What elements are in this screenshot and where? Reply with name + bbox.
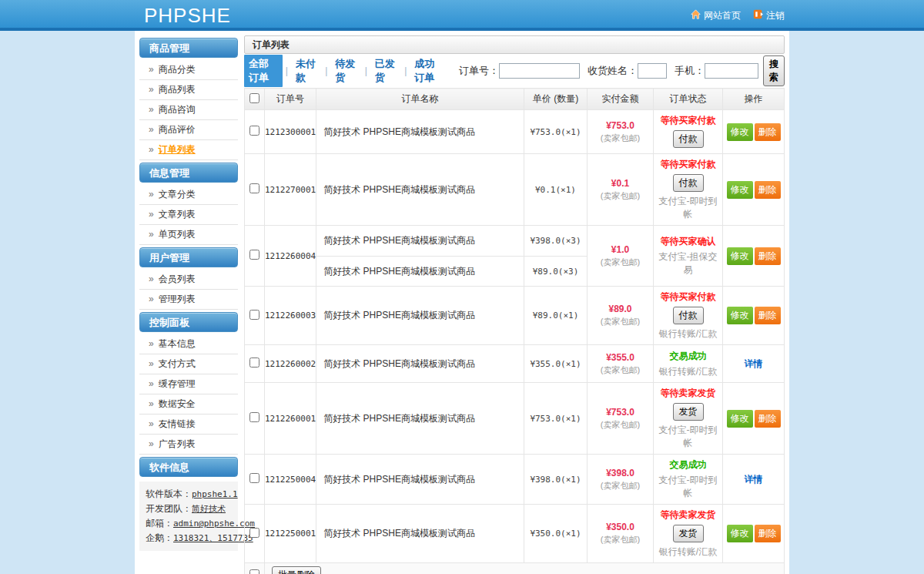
filter-bar: 全部订单|未付款|待发货|已发货|成功订单 订单号： 收货姓名： 手机： 搜索	[244, 60, 785, 82]
edit-button[interactable]: 修改	[727, 123, 753, 141]
edit-button[interactable]: 修改	[727, 410, 753, 428]
status-action-button[interactable]: 付款	[673, 130, 704, 148]
sidebar-item[interactable]: »缓存管理	[139, 374, 238, 394]
column-header: 单价 (数量)	[524, 89, 588, 110]
tab-separator: |	[286, 65, 288, 76]
order-products-cell: 简好技术 PHPSHE商城模板测试商品	[316, 383, 524, 455]
paid-amount: ¥1.0	[588, 244, 653, 255]
search-button[interactable]: 搜索	[763, 55, 785, 86]
product-price: ¥398.0(×3)	[524, 226, 587, 256]
nav-home-link[interactable]: 网站首页	[691, 9, 741, 22]
sidebar-item[interactable]: »商品咨询	[139, 100, 238, 120]
row-checkbox[interactable]	[249, 310, 259, 320]
edit-button[interactable]: 修改	[727, 247, 753, 265]
order-products-cell: 简好技术 PHPSHE商城模板测试商品	[316, 154, 524, 226]
payment-method: 银行转账/汇款	[655, 545, 721, 559]
top-header: PHPSHE 网站首页 注销	[0, 0, 924, 31]
sidebar-item[interactable]: »文章列表	[139, 205, 238, 225]
status-action-button[interactable]: 付款	[673, 174, 704, 192]
chevron-right-icon: »	[149, 438, 154, 449]
order-row: 1212300001 简好技术 PHPSHE商城模板测试商品 ¥753.0(×1…	[245, 110, 785, 154]
order-row: 1212260003 简好技术 PHPSHE商城模板测试商品 ¥89.0(×1)…	[245, 287, 785, 345]
shipping-note: (卖家包邮)	[588, 190, 653, 202]
software-info-link[interactable]: phpshe1.1	[192, 489, 238, 499]
delete-button[interactable]: 删除	[755, 525, 781, 542]
sidebar-item[interactable]: »文章分类	[139, 185, 238, 205]
order-prices-cell: ¥0.1(×1)	[524, 154, 588, 226]
software-info-link[interactable]: 简好技术	[192, 504, 226, 514]
sidebar-item[interactable]: »数据安全	[139, 394, 238, 415]
paid-amount: ¥398.0	[588, 468, 653, 478]
status-action-button[interactable]: 付款	[673, 307, 704, 324]
paid-amount: ¥350.0	[588, 522, 653, 532]
sidebar-section-header[interactable]: 用户管理	[139, 247, 238, 267]
row-checkbox[interactable]	[249, 183, 259, 193]
sidebar-item[interactable]: »订单列表	[139, 140, 238, 160]
order-status-cell: 等待买家付款 付款	[654, 110, 723, 154]
delete-button[interactable]: 删除	[755, 247, 781, 265]
sidebar-item[interactable]: »支付方式	[139, 354, 238, 374]
edit-button[interactable]: 修改	[727, 181, 753, 199]
sidebar-item[interactable]: »商品列表	[139, 80, 238, 100]
edit-button[interactable]: 修改	[727, 307, 753, 324]
batch-delete-button[interactable]: 批量删除	[272, 566, 321, 574]
row-checkbox[interactable]	[249, 126, 259, 136]
status-action-button[interactable]: 发货	[673, 525, 704, 542]
row-checkbox[interactable]	[249, 357, 259, 368]
filter-tab[interactable]: 全部订单	[244, 55, 283, 87]
row-checkbox[interactable]	[249, 473, 259, 483]
sidebar-section-header[interactable]: 商品管理	[139, 38, 238, 58]
product-price: ¥355.0(×1)	[524, 345, 587, 382]
detail-link[interactable]: 详情	[745, 474, 763, 485]
software-info-link[interactable]: admin@phpshe.com	[173, 519, 255, 529]
sidebar-item[interactable]: »单页列表	[139, 225, 238, 245]
sidebar-item[interactable]: »会员列表	[139, 270, 238, 290]
sidebar-section: 用户管理 »会员列表 »管理列表	[139, 247, 238, 310]
sidebar-item[interactable]: »商品评价	[139, 120, 238, 140]
software-info-line: 邮箱：admin@phpshe.com	[146, 516, 232, 531]
order-row: 1212270001 简好技术 PHPSHE商城模板测试商品 ¥0.1(×1) …	[245, 154, 785, 226]
row-checkbox[interactable]	[249, 528, 259, 538]
sidebar-item[interactable]: »管理列表	[139, 290, 238, 310]
filter-tab[interactable]: 待发货	[330, 55, 361, 87]
row-checkbox[interactable]	[249, 412, 259, 422]
order-products-cell: 简好技术 PHPSHE商城模板测试商品	[316, 110, 524, 154]
paid-amount: ¥89.0	[588, 304, 653, 314]
phone-input[interactable]	[705, 63, 758, 79]
filter-tab[interactable]: 已发货	[370, 55, 401, 87]
product-name: 简好技术 PHPSHE商城模板测试商品	[316, 297, 524, 334]
delete-button[interactable]: 删除	[755, 410, 781, 428]
product-price: ¥753.0(×1)	[524, 113, 587, 150]
row-actions-cell: 修改删除	[723, 110, 785, 154]
sidebar-section-header[interactable]: 软件信息	[139, 457, 238, 477]
sidebar-item[interactable]: »基本信息	[139, 334, 238, 354]
order-status-cell: 等待买家付款 付款 支付宝-即时到帐	[654, 154, 723, 226]
software-info-link[interactable]: 1318321、1517735	[173, 533, 253, 543]
sidebar-item[interactable]: »友情链接	[139, 415, 238, 435]
filter-tab[interactable]: 未付款	[291, 55, 322, 87]
order-row: 1212260002 简好技术 PHPSHE商城模板测试商品 ¥355.0(×1…	[245, 345, 785, 383]
status-action-button[interactable]: 发货	[673, 403, 704, 421]
receiver-name-input[interactable]	[638, 63, 667, 79]
sidebar-section-header[interactable]: 信息管理	[139, 163, 238, 183]
delete-button[interactable]: 删除	[755, 307, 781, 324]
delete-button[interactable]: 删除	[755, 123, 781, 141]
page: PHPSHE 网站首页 注销 商品管理	[0, 0, 924, 574]
software-info-line: 开发团队：简好技术	[146, 502, 232, 516]
shipping-note: (卖家包邮)	[588, 133, 653, 144]
sidebar-item[interactable]: »广告列表	[139, 435, 238, 455]
order-no-input[interactable]	[499, 63, 580, 79]
order-row: 1212250004 简好技术 PHPSHE商城模板测试商品 ¥398.0(×1…	[245, 455, 785, 505]
row-checkbox[interactable]	[249, 250, 259, 260]
delete-button[interactable]: 删除	[755, 181, 781, 199]
filter-tab[interactable]: 成功订单	[410, 55, 448, 87]
batch-select-checkbox[interactable]	[249, 569, 259, 574]
payment-method: 支付宝-即时到帐	[655, 424, 721, 450]
nav-logout-link[interactable]: 注销	[753, 9, 785, 22]
sidebar-section-header[interactable]: 控制面板	[139, 312, 238, 332]
detail-link[interactable]: 详情	[745, 358, 763, 369]
edit-button[interactable]: 修改	[727, 525, 753, 542]
order-status-text: 等待卖家发货	[655, 509, 721, 522]
select-all-checkbox[interactable]	[249, 93, 259, 103]
sidebar-item[interactable]: »商品分类	[139, 60, 238, 80]
